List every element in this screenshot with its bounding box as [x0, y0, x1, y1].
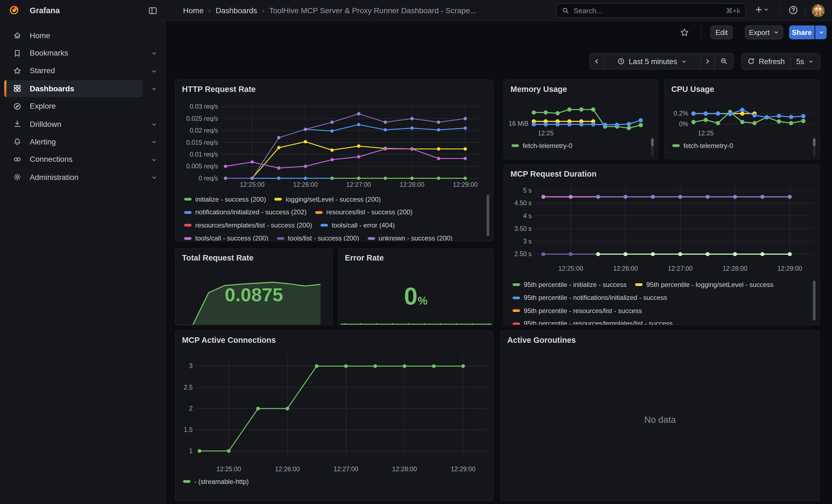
svg-text:0.025 req/s: 0.025 req/s — [186, 115, 218, 122]
add-button[interactable] — [754, 5, 769, 14]
legend-item[interactable]: 95th percentile - initialize - success — [513, 281, 626, 288]
legend-item[interactable]: unknown - success (200) — [368, 234, 452, 241]
sidebar-item-home[interactable]: Home — [0, 26, 165, 44]
legend-color-dot — [513, 283, 520, 286]
legend-scrollbar[interactable] — [651, 138, 654, 147]
legend-label: 95th percentile - resources/list - succe… — [524, 307, 642, 314]
legend-scrollbar[interactable] — [813, 138, 816, 147]
panel-title[interactable]: MCP Active Connections — [182, 335, 276, 344]
panel-title[interactable]: Memory Usage — [510, 84, 567, 94]
grafana-logo-icon — [8, 4, 20, 16]
sidebar-item-bookmarks[interactable]: Bookmarks — [0, 44, 165, 62]
sidebar-item-explore[interactable]: Explore — [0, 97, 165, 115]
svg-text:12:28:00: 12:28:00 — [392, 466, 417, 473]
time-range-controls: Last 5 minutes — [590, 53, 733, 70]
time-range-picker[interactable]: Last 5 minutes — [603, 53, 701, 70]
breadcrumb-separator: › — [208, 6, 211, 15]
legend-item[interactable]: fetch-telemetry-0 — [672, 142, 733, 150]
chevron-down-icon[interactable] — [151, 121, 158, 127]
svg-text:2.50 s: 2.50 s — [514, 250, 531, 258]
legend-item[interactable]: logging/setLevel - success (200) — [275, 195, 381, 203]
panel-title[interactable]: MCP Request Duration — [510, 169, 597, 178]
breadcrumb-item[interactable]: Home — [183, 6, 204, 15]
legend-item[interactable]: tools/list - success (200) — [277, 234, 359, 241]
panel-active-goroutines: Active Goroutines No data — [500, 330, 820, 501]
svg-text:12:29:00: 12:29:00 — [451, 466, 475, 473]
legend-label: fetch-telemetry-0 — [683, 142, 733, 150]
legend-item[interactable]: - (streamable-http) — [183, 478, 249, 485]
share-menu-button[interactable] — [815, 26, 827, 39]
panel-title[interactable]: Active Goroutines — [508, 335, 576, 344]
svg-text:2: 2 — [189, 405, 192, 412]
chevron-down-icon[interactable] — [151, 138, 158, 145]
legend-item[interactable]: resources/templates/list - success (200) — [184, 221, 312, 229]
legend-scrollbar[interactable] — [487, 195, 489, 236]
stat-value: 0.0875 — [176, 284, 332, 306]
panel-title[interactable]: HTTP Request Rate — [182, 84, 256, 94]
panel-title[interactable]: Error Rate — [345, 253, 384, 262]
time-shift-forward-button[interactable] — [701, 53, 715, 70]
legend-label: 95th percentile - initialize - success — [524, 281, 626, 288]
legend-label: tools/call - success (200) — [196, 234, 268, 241]
brand-title: Grafana — [30, 0, 60, 21]
breadcrumb-item: ToolHive MCP Server & Proxy Runner Dashb… — [269, 6, 476, 15]
svg-text:3 s: 3 s — [523, 238, 532, 245]
zoom-out-button[interactable] — [714, 53, 733, 70]
legend-item[interactable]: fetch-telemetry-0 — [512, 142, 572, 150]
panel-memory-usage: Memory Usage 16 MiB12:25 fetch-telemetry… — [503, 80, 658, 159]
refresh-button[interactable]: Refresh — [741, 53, 790, 70]
export-button[interactable]: Export — [745, 26, 783, 39]
sidebar-item-starred[interactable]: Starred — [0, 62, 165, 80]
avatar[interactable] — [812, 4, 825, 17]
legend-item[interactable]: tools/call - error (404) — [320, 221, 395, 229]
chevron-down-icon[interactable] — [151, 50, 158, 56]
favorite-star-icon[interactable] — [680, 27, 689, 37]
svg-text:3: 3 — [189, 362, 192, 369]
sidebar-item-administration[interactable]: Administration — [0, 168, 165, 186]
chevron-down-icon[interactable] — [151, 85, 158, 92]
sidebar-item-connections[interactable]: Connections — [0, 151, 165, 168]
refresh-interval-picker[interactable]: 5s — [790, 53, 821, 70]
panel-title[interactable]: Total Request Rate — [182, 253, 253, 262]
share-button[interactable]: Share — [789, 26, 815, 39]
chevron-down-icon[interactable] — [151, 174, 158, 181]
legend-item[interactable]: initialize - success (200) — [184, 195, 266, 203]
legend-item[interactable]: tools/call - success (200) — [184, 234, 268, 241]
search-input[interactable]: Search... ⌘+k — [556, 3, 746, 18]
chevron-down-icon[interactable] — [151, 68, 158, 74]
legend-label: resources/templates/list - success (200) — [196, 221, 312, 229]
time-range-label: Last 5 minutes — [629, 57, 677, 65]
chevron-down-icon[interactable] — [151, 156, 158, 163]
svg-text:0.2%: 0.2% — [674, 110, 688, 117]
svg-text:12:28:00: 12:28:00 — [723, 265, 747, 272]
sidebar-item-label: Alerting — [30, 137, 56, 146]
time-shift-back-button[interactable] — [590, 53, 604, 70]
legend-item[interactable]: 95th percentile - resources/list - succe… — [513, 307, 642, 314]
panel-title[interactable]: CPU Usage — [671, 84, 714, 94]
sidebar-item-drilldown[interactable]: Drilldown — [0, 115, 165, 133]
sidebar-toggle-icon[interactable] — [148, 6, 158, 16]
legend-item[interactable]: resources/list - success (200) — [315, 209, 412, 216]
sidebar-item-label: Explore — [30, 102, 56, 111]
legend-color-dot — [320, 224, 328, 227]
legend-item[interactable]: 95th percentile - notifications/initiali… — [513, 294, 667, 301]
svg-text:12:26:00: 12:26:00 — [275, 466, 300, 473]
legend-item[interactable]: notifications/initialized - success (202… — [184, 209, 307, 216]
panel-mcp-request-duration: MCP Request Duration 5 s4.50 s4 s3.50 s3… — [503, 164, 820, 325]
sidebar-item-label: Home — [30, 31, 50, 39]
help-button[interactable] — [788, 5, 798, 15]
search-icon — [562, 7, 569, 14]
breadcrumb-item[interactable]: Dashboards — [216, 6, 257, 15]
legend-item[interactable]: 95th percentile - resources/templates/li… — [513, 320, 673, 325]
sidebar-item-dashboards[interactable]: Dashboards — [0, 80, 165, 97]
legend-item[interactable]: 95th percentile - logging/setLevel - suc… — [635, 281, 773, 288]
chevron-down-icon — [773, 29, 779, 35]
svg-text:4 s: 4 s — [523, 212, 532, 219]
legend-scrollbar[interactable] — [813, 281, 816, 320]
sidebar-item-alerting[interactable]: Alerting — [0, 133, 165, 151]
svg-text:2.5: 2.5 — [184, 384, 192, 391]
svg-text:12:25: 12:25 — [698, 130, 714, 137]
legend-color-dot — [512, 144, 519, 147]
edit-button[interactable]: Edit — [710, 26, 733, 39]
divider — [805, 5, 806, 16]
